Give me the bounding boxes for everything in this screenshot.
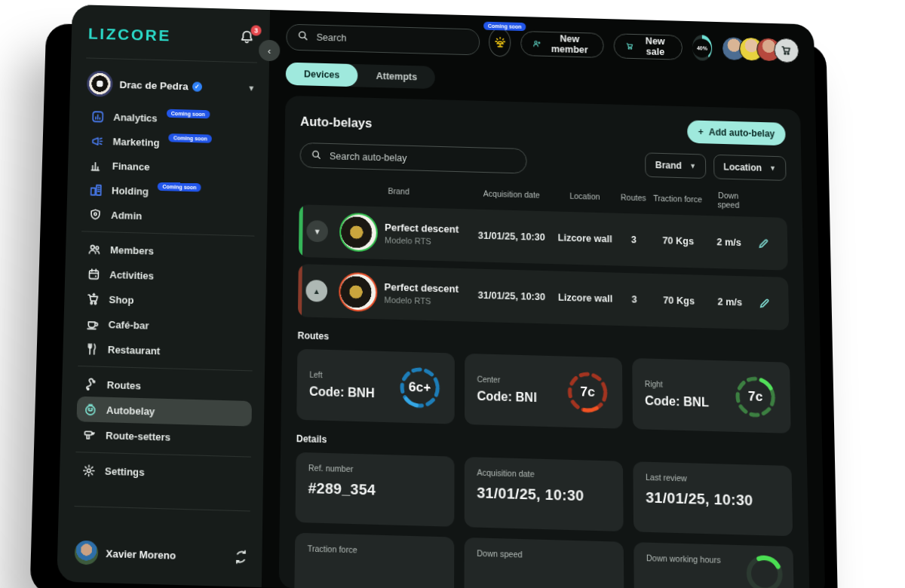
detail-label: Last review xyxy=(646,472,780,485)
divider xyxy=(78,366,252,371)
route-grade: 7c xyxy=(565,369,610,415)
sidebar-item-restaurant[interactable]: Restaurant xyxy=(78,335,253,366)
add-autobelay-button[interactable]: + Add auto-belay xyxy=(687,120,785,145)
tab-attempts[interactable]: Attempts xyxy=(357,64,435,89)
lamp-icon xyxy=(493,35,507,49)
grade-ring-blue: 6c+ xyxy=(397,364,443,411)
sidebar-item-settings[interactable]: Settings xyxy=(75,458,250,488)
acquisition-date-cell: 31/01/25, 10:30 xyxy=(472,289,551,302)
chevron-down-icon: ▼ xyxy=(314,227,321,236)
page-title: Auto-belays xyxy=(300,114,372,130)
location-cell: Lizcore wall xyxy=(555,292,616,305)
autobelay-search[interactable] xyxy=(299,142,526,174)
tab-devices[interactable]: Devices xyxy=(286,63,358,87)
add-member-icon xyxy=(533,38,541,49)
sidebar-menu: Analytics Coming soon Marketing Coming s… xyxy=(75,104,256,488)
expand-row-button[interactable]: ▼ xyxy=(306,220,328,242)
logged-user[interactable]: Xavier Moreno xyxy=(72,534,250,576)
route-position: Left xyxy=(309,370,375,381)
autobelay-search-input[interactable] xyxy=(328,150,516,167)
grade-ring-red: 7c xyxy=(565,369,610,415)
new-member-label: New member xyxy=(548,33,592,56)
chevron-up-icon: ▲ xyxy=(313,286,321,296)
chevron-down-icon: ▼ xyxy=(689,162,696,170)
switch-user-button[interactable] xyxy=(234,550,248,565)
detail-card-acquisition-date: Acquisition date 31/01/25, 10:30 xyxy=(465,457,624,531)
route-code: Code: BNL xyxy=(645,394,709,409)
autobelay-icon xyxy=(83,402,97,416)
gear-icon xyxy=(81,463,96,478)
divider xyxy=(81,231,254,236)
user-name: Xavier Moreno xyxy=(106,547,176,562)
detail-card-down-speed: Down speed xyxy=(465,537,624,588)
sidebar-item-label: Route-setters xyxy=(106,429,170,443)
global-search-input[interactable] xyxy=(315,32,468,47)
route-position: Center xyxy=(477,375,537,385)
active-users-group[interactable] xyxy=(722,36,799,63)
routes-cards: Left Code: BNH 6c+ xyxy=(296,349,790,433)
capacity-progress-ring: 40% xyxy=(692,35,713,61)
sidebar-item-label: Settings xyxy=(105,465,145,478)
route-code: Code: BNI xyxy=(477,389,536,405)
route-card-center: Center Code: BNI 7c xyxy=(465,354,623,429)
detail-label: Acquisition date xyxy=(477,467,610,481)
collapse-row-button[interactable]: ▲ xyxy=(305,280,327,302)
main-area: Coming soon New member xyxy=(262,10,825,588)
location-filter-label: Location xyxy=(723,161,762,173)
sidebar-item-label: Shop xyxy=(109,293,133,305)
sale-cart-icon xyxy=(626,40,634,51)
edit-row-button[interactable] xyxy=(754,292,775,314)
coming-soon-badge: Coming soon xyxy=(169,133,212,143)
rope-icon xyxy=(84,377,98,391)
add-autobelay-label: Add auto-belay xyxy=(709,127,775,139)
plus-icon: + xyxy=(698,127,704,137)
global-search[interactable] xyxy=(286,23,480,55)
capacity-progress-value: 40% xyxy=(692,38,711,58)
search-icon xyxy=(297,30,308,44)
location-filter[interactable]: Location ▼ xyxy=(713,155,787,181)
details-cards-partial: Traction force Down speed Down working h… xyxy=(294,533,794,588)
ideas-button[interactable]: Coming soon xyxy=(489,28,511,57)
route-grade: 6c+ xyxy=(397,364,443,411)
finance-icon xyxy=(89,158,103,173)
account-switcher[interactable]: Drac de Pedra ✓ ▼ xyxy=(85,63,257,108)
verified-icon: ✓ xyxy=(192,81,202,91)
chevron-down-icon: ▼ xyxy=(769,164,776,172)
divider xyxy=(75,505,250,511)
route-card-left: Left Code: BNH 6c+ xyxy=(296,349,455,424)
detail-value: 31/01/25, 10:30 xyxy=(477,484,611,505)
new-member-button[interactable]: New member xyxy=(521,30,604,57)
switch-user-icon xyxy=(234,550,248,565)
holding-icon xyxy=(88,182,103,197)
coming-soon-badge: Coming soon xyxy=(167,109,210,118)
new-sale-button[interactable]: New sale xyxy=(613,33,682,60)
notifications-button[interactable]: 3 xyxy=(239,29,256,47)
analytics-icon xyxy=(90,109,105,124)
user-avatar xyxy=(75,541,99,565)
traction-cell: 70 Kgs xyxy=(652,235,704,247)
grade-ring-green: 7c xyxy=(732,373,778,420)
view-tabs: Devices Attempts xyxy=(286,63,436,89)
detail-label: Ref. number xyxy=(308,463,442,476)
activities-icon xyxy=(87,267,101,281)
sidebar-item-label: Finance xyxy=(112,160,150,173)
cart-icon xyxy=(781,44,792,56)
column-header: Location xyxy=(554,191,615,201)
table-row[interactable]: ▲ Perfect descent Modelo RTS 31/01/25, 1… xyxy=(298,264,789,330)
lizcore-logo: LIZCORE xyxy=(88,24,171,44)
sidebar-item-route-setters[interactable]: Route-setters xyxy=(76,421,252,452)
admin-icon xyxy=(88,207,103,222)
table-row[interactable]: ▼ Perfect descent Modelo RTS 31/01/25, 1… xyxy=(299,204,788,270)
down-speed-cell: 2 m/s xyxy=(708,237,750,249)
sidebar-item-admin[interactable]: Admin xyxy=(81,202,255,231)
cart-button[interactable] xyxy=(774,38,799,63)
device-model: Modelo RTS xyxy=(384,295,468,306)
route-grade: 7c xyxy=(732,373,778,420)
sidebar-item-label: Café-bar xyxy=(108,318,149,331)
routes-cell: 3 xyxy=(619,234,649,245)
notification-badge: 3 xyxy=(250,25,261,35)
brand-filter[interactable]: Brand ▼ xyxy=(646,152,707,179)
sidebar-item-label: Routes xyxy=(107,378,141,391)
edit-row-button[interactable] xyxy=(753,233,774,253)
column-header: Brand xyxy=(385,186,468,198)
